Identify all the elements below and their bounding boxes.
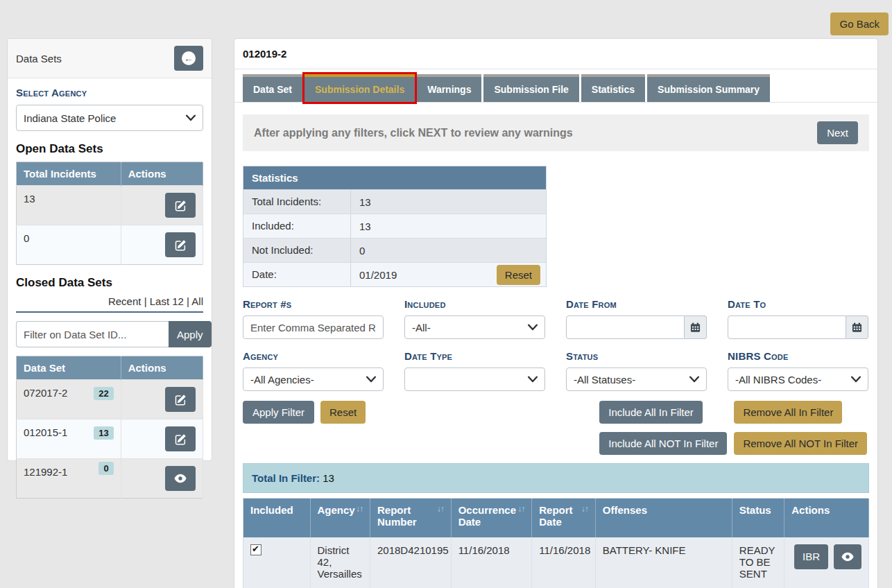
data-sets-panel: Data Sets ← Select Agency Indiana State … (7, 38, 212, 461)
calendar-icon (852, 322, 862, 333)
stat-label: Not Included: (243, 239, 351, 262)
data-sets-title: Data Sets (16, 53, 62, 64)
date-from-calendar-button[interactable] (685, 315, 707, 339)
column-header[interactable]: Agency (318, 504, 355, 516)
stat-value: 13 (351, 215, 546, 238)
status-select-value: -All Statuses- (574, 374, 635, 386)
included-select[interactable]: -All- (404, 315, 545, 339)
included-label: Included (404, 298, 545, 310)
all-link[interactable]: All (191, 295, 203, 307)
stats-row: Included: 13 (243, 214, 546, 238)
closed-data-sets-heading: Closed Data Sets (16, 276, 203, 290)
agency-filter-select[interactable]: -All Agencies- (243, 368, 384, 391)
tab-bar: Data Set Submission Details Warnings Sub… (234, 69, 877, 103)
eye-icon (174, 474, 187, 483)
column-header: Status (739, 504, 771, 516)
include-all-not-in-filter-button[interactable]: Include All NOT In Filter (599, 432, 727, 455)
date-reset-button[interactable]: Reset (497, 265, 540, 285)
column-header: Total Incidents (17, 162, 121, 186)
included-checkbox[interactable] (250, 544, 261, 555)
apply-filter-button[interactable]: Apply (169, 321, 212, 347)
date-type-select[interactable] (404, 368, 545, 391)
reset-filter-button[interactable]: Reset (320, 401, 366, 424)
total-in-filter-value: 13 (323, 472, 334, 484)
incidents-table: Included Agency Report Number Occurrence… (243, 498, 869, 588)
sort-icon[interactable] (356, 504, 363, 516)
remove-all-in-filter-button[interactable]: Remove All In Filter (734, 401, 842, 424)
date-type-label: Date Type (404, 350, 545, 362)
date-from-input[interactable] (566, 315, 685, 339)
go-back-button[interactable]: Go Back (830, 12, 889, 35)
status-select[interactable]: -All Statuses- (566, 368, 707, 391)
next-button[interactable]: Next (817, 121, 858, 144)
edit-button[interactable] (165, 387, 196, 412)
edit-button[interactable] (165, 232, 196, 257)
column-header[interactable]: Report Date (539, 504, 581, 528)
tab-submission-file[interactable]: Submission File (483, 74, 578, 102)
tab-warnings[interactable]: Warnings (417, 74, 481, 102)
ibr-button[interactable]: IBR (794, 544, 828, 569)
tab-submission-summary[interactable]: Submission Summary (647, 74, 770, 102)
incident-count-badge: 13 (94, 426, 113, 440)
table-row: 0 (17, 225, 203, 265)
data-set-filter-input[interactable] (16, 321, 169, 347)
chevron-down-icon (528, 377, 538, 383)
nibrs-code-label: NIBRS Code (728, 350, 868, 362)
chevron-down-icon (689, 377, 699, 383)
data-set-id: 072017-2 (24, 387, 67, 399)
date-to-input[interactable] (728, 315, 846, 339)
sort-icon[interactable] (581, 504, 588, 528)
apply-filter-button[interactable]: Apply Filter (243, 401, 314, 424)
stat-value: 0 (351, 239, 546, 262)
statistics-header: Statistics (243, 166, 546, 189)
status-cell: READY TO BE SENT (732, 537, 784, 588)
agency-select[interactable]: Indiana State Police (16, 105, 203, 131)
edit-pencil-icon (175, 239, 187, 251)
agency-cell: District 42, Versailles (310, 537, 370, 588)
column-header: Actions (121, 356, 203, 380)
offenses-cell: BATTERY- KNIFE (595, 537, 732, 588)
sort-icon[interactable] (437, 504, 444, 528)
sort-icon[interactable] (517, 504, 524, 528)
agency-select-value: Indiana State Police (24, 112, 116, 124)
nibrs-code-select[interactable]: -All NIBRS Codes- (728, 368, 868, 391)
column-header: Offenses (603, 504, 647, 516)
total-in-filter-bar: Total In Filter: 13 (243, 463, 869, 493)
edit-button[interactable] (165, 193, 196, 218)
incident-count-badge: 0 (98, 462, 113, 475)
view-incident-button[interactable] (834, 544, 861, 569)
edit-pencil-icon (175, 394, 187, 406)
incident-count-badge: 22 (94, 387, 113, 400)
data-set-id: 012015-1 (24, 426, 67, 438)
column-header[interactable]: Report Number (377, 504, 437, 528)
report-numbers-label: Report #s (243, 298, 384, 310)
view-button[interactable] (165, 466, 196, 491)
data-sets-header: Data Sets ← (8, 39, 212, 78)
last-12-link[interactable]: Last 12 (150, 295, 192, 307)
tab-statistics[interactable]: Statistics (581, 74, 645, 102)
stat-label: Total Incidents: (243, 190, 351, 214)
remove-all-not-in-filter-button[interactable]: Remove All NOT In Filter (734, 432, 867, 455)
occurrence-date-cell: 11/16/2018 (451, 537, 532, 588)
agency-filter-value: -All Agencies- (250, 374, 314, 386)
column-header[interactable]: Occurrence Date (458, 504, 518, 528)
table-row: 13 (17, 186, 203, 225)
data-set-id: 121992-1 (24, 466, 67, 478)
chevron-down-icon (851, 377, 861, 383)
total-in-filter-label: Total In Filter: (252, 472, 320, 484)
report-number-cell: 2018D4210195 (370, 537, 452, 588)
stats-row: Date: 01/2019 Reset (243, 262, 546, 286)
column-header: Actions (791, 504, 830, 516)
collapse-sidebar-button[interactable]: ← (174, 46, 203, 71)
open-data-sets-table: Total Incidents Actions 13 0 (16, 162, 203, 265)
table-row: 121992-1 0 (17, 459, 203, 499)
edit-button[interactable] (165, 426, 196, 451)
tab-submission-details[interactable]: Submission Details (305, 74, 415, 102)
tab-data-set[interactable]: Data Set (243, 74, 302, 102)
date-to-calendar-button[interactable] (846, 315, 868, 339)
table-row: 012015-1 13 (17, 420, 203, 459)
recent-link[interactable]: Recent (108, 295, 150, 307)
include-all-in-filter-button[interactable]: Include All In Filter (599, 401, 703, 424)
report-numbers-input[interactable] (243, 315, 384, 339)
stat-label: Date: (243, 263, 351, 286)
